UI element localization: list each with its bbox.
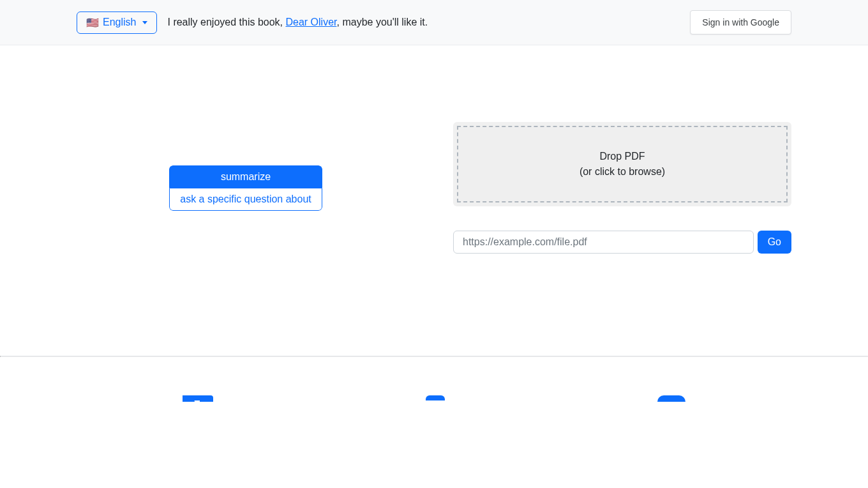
language-label: English	[103, 17, 136, 28]
feature-icon-3	[657, 395, 685, 402]
chevron-down-icon	[142, 21, 147, 24]
tagline-link[interactable]: Dear Oliver	[285, 17, 336, 27]
main: summarize ask a specific question about …	[77, 45, 791, 356]
drop-zone-wrapper: Drop PDF (or click to browse)	[453, 122, 791, 206]
action-group: summarize ask a specific question about	[169, 165, 322, 211]
flag-icon: 🇺🇸	[86, 17, 99, 29]
drop-zone[interactable]: Drop PDF (or click to browse)	[457, 126, 788, 202]
drop-text-line1: Drop PDF	[471, 149, 774, 164]
tagline-after: , maybe you'll like it.	[337, 17, 428, 27]
signin-button[interactable]: Sign in with Google	[690, 10, 791, 34]
url-row: Go	[453, 231, 791, 254]
url-input[interactable]	[453, 231, 754, 254]
language-selector[interactable]: 🇺🇸 English	[77, 11, 157, 34]
go-button[interactable]: Go	[758, 231, 791, 254]
tagline: I really enjoyed this book, Dear Oliver,…	[167, 17, 428, 28]
right-column: Drop PDF (or click to browse) Go	[453, 122, 791, 254]
features-section	[0, 357, 868, 402]
header: 🇺🇸 English I really enjoyed this book, D…	[0, 0, 868, 45]
drop-text-line2: (or click to browse)	[471, 164, 774, 179]
feature-icon-1	[183, 395, 213, 400]
feature-icon-2	[426, 395, 445, 400]
ask-question-button[interactable]: ask a specific question about	[169, 188, 322, 211]
left-column: summarize ask a specific question about	[77, 122, 415, 254]
header-inner: 🇺🇸 English I really enjoyed this book, D…	[77, 10, 791, 34]
header-left: 🇺🇸 English I really enjoyed this book, D…	[77, 11, 428, 34]
summarize-button[interactable]: summarize	[169, 165, 322, 188]
tagline-before: I really enjoyed this book,	[167, 17, 285, 27]
features-inner	[77, 395, 791, 402]
